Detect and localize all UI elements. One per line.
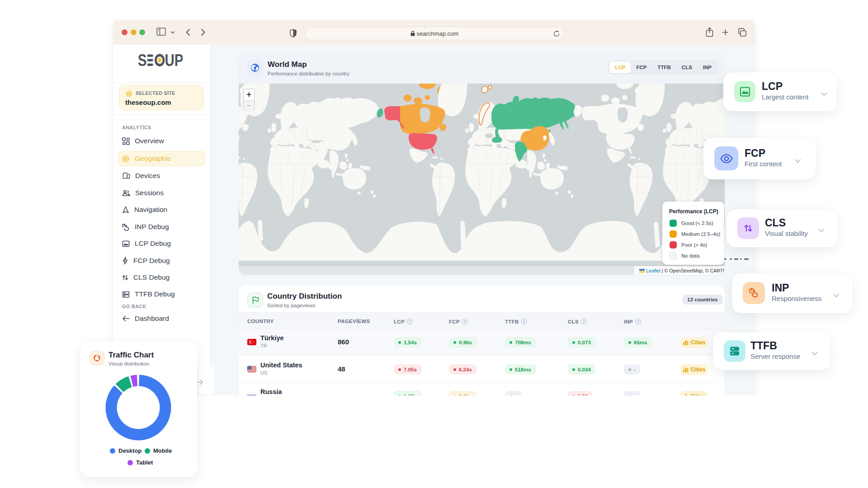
- svg-text:UP: UP: [165, 54, 183, 67]
- svg-text:S: S: [138, 54, 147, 67]
